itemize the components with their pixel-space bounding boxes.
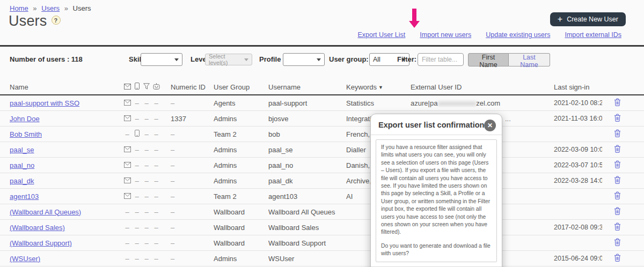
user-name-link[interactable]: paal-support with SSO (10, 99, 79, 107)
last-sign-in-value: 2021-11-03 16:04:13 (554, 115, 602, 122)
column-name: Name (10, 83, 122, 91)
filter-status: – (142, 224, 151, 232)
filter-status: – (142, 99, 151, 107)
close-icon[interactable]: ✕ (484, 120, 496, 131)
filter-status: – (142, 239, 151, 247)
user-group-value: Wallboard (214, 208, 268, 216)
column-last-sign-in: Last sign-in (554, 83, 602, 91)
column-external-user-id: External User ID (411, 83, 554, 91)
profile-label: Profile (259, 55, 281, 63)
mobile-status: – (132, 115, 142, 123)
last-name-toggle-button[interactable]: Last Name (509, 53, 550, 66)
user-group-value: Admins (214, 161, 268, 169)
filter-column-icon (142, 83, 151, 91)
delete-user-button[interactable] (602, 222, 632, 232)
username-value: paal_dk (268, 177, 346, 185)
table-row: paal_no – – – – Admins paal_no Danish, N… (0, 158, 644, 173)
email-status (122, 115, 132, 123)
update-existing-users-link[interactable]: Update existing users (486, 31, 550, 39)
numeric-id-value: – (161, 192, 214, 201)
delete-user-button[interactable] (602, 238, 632, 248)
delete-user-button[interactable] (602, 129, 632, 139)
user-name-link[interactable]: Bob Smith (10, 130, 42, 138)
mobile-status: – (132, 99, 142, 107)
numeric-id-value: – (161, 239, 214, 247)
user-name-link[interactable]: paal_se (10, 146, 34, 154)
delete-user-button[interactable] (602, 176, 632, 186)
numeric-id-value: – (161, 224, 214, 232)
numeric-id-value: – (161, 255, 214, 263)
filter-bar: Number of users : 118 Skill Level Select… (0, 50, 644, 70)
numeric-id-value: 1337 (161, 115, 214, 123)
user-group-value: Wallboard (214, 224, 268, 232)
user-group-value: Agents (214, 99, 268, 107)
dialog-paragraph: If you have a resource filter assigned t… (381, 144, 492, 236)
header-action-links: Export User List Import new users Update… (357, 31, 621, 39)
mobile-column-icon (132, 83, 142, 91)
last-sign-in-value: 2022-03-09 10:08:31 (554, 146, 602, 153)
bot-status: – (151, 146, 161, 154)
column-keywords[interactable]: Keywords▼ (346, 83, 411, 91)
username-value: WSUser (268, 255, 346, 263)
last-sign-in-value: 2022-03-07 10:52:30 (554, 161, 602, 169)
header-divider (0, 45, 644, 47)
user-name-link[interactable]: agent103 (10, 192, 39, 201)
bot-status: – (151, 224, 161, 232)
email-column-icon (122, 83, 132, 91)
delete-user-button[interactable] (602, 254, 632, 263)
export-user-list-link[interactable]: Export User List (357, 31, 405, 39)
email-status: – (122, 130, 132, 138)
delete-user-button[interactable] (602, 98, 632, 108)
table-row: (Wallboard All Queues) – – – – – Wallboa… (0, 204, 644, 220)
filter-table-input[interactable] (418, 53, 464, 66)
table-row: (Wallboard Support) – – – – – Wallboard … (0, 235, 644, 251)
email-status (122, 99, 132, 107)
delete-user-button[interactable] (602, 145, 632, 154)
user-group-value: Admins (214, 115, 268, 123)
email-status: – (122, 208, 132, 216)
bot-status: – (151, 255, 161, 263)
breadcrumb-current: Users (73, 4, 91, 12)
breadcrumb-separator: » (64, 4, 68, 12)
email-status: – (122, 239, 132, 247)
breadcrumb-users-link[interactable]: Users (41, 4, 60, 12)
create-new-user-button[interactable]: + Create New User (550, 12, 626, 26)
filter-status: – (142, 146, 151, 154)
plus-icon: + (558, 15, 562, 24)
user-name-link[interactable]: paal_dk (10, 177, 34, 185)
profile-select[interactable] (283, 53, 325, 66)
table-row: (WSUser) – – – – – Admins WSUser 2015-06… (0, 251, 644, 266)
delete-user-button[interactable] (602, 114, 632, 123)
user-name-link[interactable]: (Wallboard All Queues) (10, 208, 81, 216)
delete-user-button[interactable] (602, 160, 632, 170)
breadcrumb-home-link[interactable]: Home (10, 4, 28, 12)
user-name-link[interactable]: (Wallboard Sales) (10, 224, 65, 232)
user-name-link[interactable]: (WSUser) (10, 255, 40, 263)
import-new-users-link[interactable]: Import new users (420, 31, 471, 39)
email-status: – (122, 224, 132, 232)
user-name-link[interactable]: paal_no (10, 161, 34, 169)
delete-user-button[interactable] (602, 207, 632, 217)
user-name-link[interactable]: (Wallboard Support) (10, 239, 72, 247)
filter-status: – (142, 255, 151, 263)
bot-status: – (151, 115, 161, 123)
level-select[interactable]: Select level(s) (205, 54, 252, 65)
import-external-ids-link[interactable]: Import external IDs (565, 31, 621, 39)
chevron-down-icon (317, 58, 321, 61)
last-sign-in-value: 2022-03-28 14:04:29 (554, 177, 602, 184)
external-user-id-value: azure|paxxxxxxxxxxxxzel.com (411, 99, 554, 107)
page-title: Users? (9, 13, 61, 29)
delete-user-button[interactable] (602, 191, 632, 201)
table-row: agent103 – – – – Team 2 agent103 AI (0, 189, 644, 204)
last-sign-in-value: 2021-02-10 08:28:43 (554, 99, 602, 107)
numeric-id-value: – (161, 177, 214, 185)
mobile-status: – (132, 161, 142, 169)
first-name-toggle-button[interactable]: First Name (468, 53, 509, 66)
skill-select[interactable] (141, 53, 182, 66)
help-icon[interactable]: ? (52, 16, 61, 25)
user-group-value: Wallboard (214, 239, 268, 247)
users-page: Home » Users » Users Users? + Create New… (0, 0, 644, 267)
bot-status: – (151, 161, 161, 169)
user-name-link[interactable]: John Doe (10, 115, 40, 123)
table-row: Bob Smith – – – – Team 2 bob French, G (0, 127, 644, 142)
